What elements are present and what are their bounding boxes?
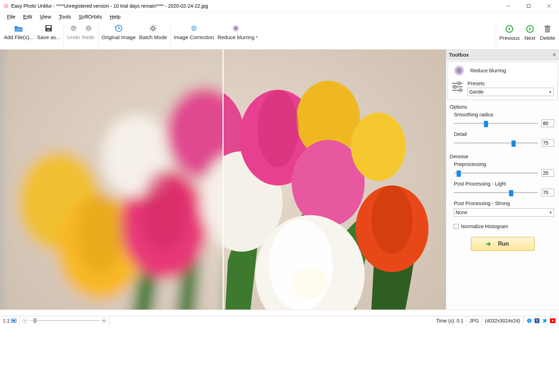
- twitter-icon[interactable]: [542, 318, 547, 323]
- facebook-icon[interactable]: f: [535, 318, 539, 323]
- detail-input[interactable]: [542, 139, 554, 147]
- toolbar-separator: [98, 24, 99, 48]
- original-image-label: Original Image: [102, 34, 136, 40]
- presets-label: Presets: [467, 81, 554, 86]
- window-title: Easy Photo Unblur - ****Unregistered ver…: [11, 3, 498, 9]
- post-strong-label: Post Processing - Strong: [448, 199, 558, 208]
- svg-rect-31: [546, 25, 549, 26]
- reduce-blurring-button[interactable]: Reduce blurring: [216, 22, 256, 41]
- svg-rect-56: [452, 83, 463, 84]
- svg-rect-13: [153, 25, 153, 26]
- reduce-blurring-label: Reduce blurring: [217, 34, 254, 40]
- zoom-ratio-label: 1:1: [3, 318, 9, 324]
- detail-label: Detail: [454, 131, 554, 137]
- gear-icon: [149, 24, 157, 32]
- menu-tools[interactable]: Tools: [55, 13, 74, 20]
- toolbox-header: Toolbox ✕: [446, 50, 559, 60]
- toolbox-title: Toolbox: [449, 52, 552, 58]
- save-icon: [44, 24, 53, 32]
- maximize-button[interactable]: [518, 0, 539, 12]
- add-files-button[interactable]: Add File(s)...: [2, 22, 35, 41]
- svg-rect-17: [150, 25, 152, 27]
- window-controls: [498, 0, 559, 12]
- menu-view[interactable]: View: [36, 13, 55, 20]
- smoothing-input[interactable]: [542, 119, 554, 127]
- image-correction-button[interactable]: Image Correction: [172, 22, 216, 41]
- svg-rect-8: [47, 29, 50, 31]
- delete-button[interactable]: Delete: [538, 23, 557, 42]
- next-button[interactable]: Next: [522, 23, 538, 42]
- svg-rect-7: [46, 26, 51, 28]
- add-files-label: Add File(s)...: [4, 34, 34, 40]
- status-dimensions: (4032x3024x24): [482, 316, 523, 325]
- image-canvas[interactable]: [0, 50, 446, 310]
- chevron-down-icon: ▼: [549, 90, 552, 94]
- denoise-group-label: Denoise: [446, 152, 559, 160]
- svg-rect-61: [459, 89, 462, 92]
- zoom-out-icon[interactable]: −: [22, 318, 27, 323]
- redo-icon: [84, 24, 93, 32]
- redo-button[interactable]: Redo: [80, 22, 97, 41]
- zoom-in-icon[interactable]: +: [101, 318, 106, 323]
- history-icon: [114, 24, 123, 32]
- menu-edit[interactable]: Edit: [20, 13, 36, 20]
- smoothing-label: Smoothing radius: [454, 112, 554, 117]
- undo-button[interactable]: Undo: [65, 22, 82, 41]
- toolbar-separator: [496, 24, 496, 48]
- preprocessing-label: Preprocessing: [454, 161, 554, 167]
- svg-rect-16: [155, 28, 157, 29]
- smoothing-slider[interactable]: [454, 120, 538, 126]
- zoom-ratio[interactable]: 1:1: [0, 316, 20, 325]
- minimize-button[interactable]: [498, 0, 518, 12]
- status-time: Time (s): 0.1: [434, 316, 467, 325]
- app-icon: [3, 3, 9, 9]
- presets-select[interactable]: Gentle ▼: [467, 88, 554, 96]
- blur-circle-icon: [451, 65, 467, 77]
- previous-button[interactable]: Previous: [498, 23, 521, 42]
- main-area: Toolbox ✕ Reduce blurring Presets G: [0, 50, 559, 310]
- previous-icon: [505, 24, 514, 34]
- svg-rect-19: [155, 25, 156, 27]
- blank-strip: [0, 310, 559, 316]
- delete-label: Delete: [540, 35, 555, 41]
- undo-label: Undo: [67, 34, 80, 40]
- svg-rect-20: [150, 30, 152, 31]
- toolbar-overflow[interactable]: ▾: [256, 35, 260, 41]
- run-button[interactable]: ➔ Run: [471, 237, 535, 251]
- post-strong-select[interactable]: None ▼: [454, 208, 554, 217]
- post-light-input[interactable]: [542, 189, 554, 196]
- close-button[interactable]: [539, 0, 559, 12]
- menu-help[interactable]: Help: [106, 13, 124, 20]
- svg-rect-18: [155, 30, 156, 31]
- post-strong-value: None: [456, 210, 467, 215]
- svg-rect-63: [12, 320, 15, 321]
- normalize-checkbox[interactable]: [454, 224, 459, 229]
- run-label: Run: [498, 241, 509, 247]
- detail-slider[interactable]: [454, 140, 538, 146]
- preprocessing-slider[interactable]: [454, 170, 538, 176]
- comparison-divider[interactable]: [223, 50, 224, 310]
- previous-label: Previous: [499, 35, 520, 41]
- svg-rect-3: [527, 4, 530, 7]
- save-as-button[interactable]: Save as...: [35, 22, 62, 41]
- menu-file[interactable]: File: [3, 13, 19, 20]
- next-label: Next: [524, 35, 535, 41]
- post-light-slider[interactable]: [454, 189, 538, 196]
- original-image-button[interactable]: Original Image: [100, 22, 138, 41]
- redo-label: Redo: [82, 34, 95, 40]
- batch-mode-button[interactable]: Batch Mode: [137, 22, 169, 41]
- youtube-icon[interactable]: [550, 318, 556, 323]
- zoom-control[interactable]: − +: [20, 316, 109, 325]
- sparkle-icon: [189, 24, 198, 32]
- run-arrow-icon: ➔: [486, 240, 491, 248]
- menu-bar: File Edit View Tools SoftOrbits Help: [0, 12, 559, 21]
- preprocessing-input[interactable]: [542, 169, 554, 177]
- toolbox-close-icon[interactable]: ✕: [552, 52, 556, 57]
- tool-name-label: Reduce blurring: [470, 68, 506, 73]
- svg-rect-15: [150, 28, 151, 29]
- save-as-label: Save as...: [37, 34, 60, 40]
- menu-softorbits[interactable]: SoftOrbits: [75, 13, 106, 20]
- trash-icon: [544, 25, 551, 33]
- info-icon[interactable]: i: [527, 318, 532, 323]
- status-format: JPG: [467, 316, 482, 325]
